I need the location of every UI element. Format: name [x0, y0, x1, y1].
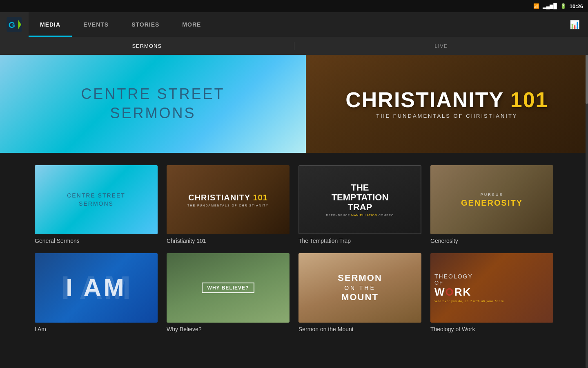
series-item-sermon-mount[interactable]: SERMON on the MOUNT Sermon on the Mount	[298, 253, 421, 332]
thumb-theology-text: THEOLOGY OF WORK Whatever you do, do it …	[434, 273, 505, 303]
series-thumb-whybelieve: WHY BELIEVE?	[167, 253, 290, 322]
nav-tab-media[interactable]: MEDIA	[29, 12, 72, 37]
banner-right-sub: THE FUNDAMENTALS OF CHRISTIANITY	[376, 113, 517, 119]
sub-tab-sermons[interactable]: SERMONS	[0, 37, 294, 55]
signal-icon: ▂▄▆█	[543, 3, 557, 9]
series-item-iam[interactable]: I AM I AM I Am	[35, 253, 158, 332]
series-item-theology-work[interactable]: THEOLOGY OF WORK Whatever you do, do it …	[430, 253, 553, 332]
series-label-sermon-mount: Sermon on the Mount	[298, 326, 421, 332]
battery-icon: 🔋	[560, 3, 566, 9]
series-label-theology-work: Theology of Work	[430, 326, 553, 332]
series-label-general-sermons: General Sermons	[35, 238, 158, 244]
series-label-generosity: Generosity	[430, 238, 553, 244]
thumb-temptation-sub: dependence manipulation compro	[326, 214, 394, 217]
logo-area[interactable]: G	[0, 12, 29, 37]
series-thumb-temptation: THETEMPTATIONTRAP dependence manipulatio…	[298, 165, 421, 234]
scrollbar[interactable]	[586, 55, 588, 368]
thumb-whybelieve-badge: WHY BELIEVE?	[202, 283, 255, 293]
series-item-whybelieve[interactable]: WHY BELIEVE? Why Believe?	[167, 253, 290, 332]
banner-left-text: CENTRE STREET SERMONS	[81, 85, 225, 123]
nav-right: 📊	[570, 20, 588, 29]
clock: 10:26	[570, 3, 583, 9]
top-nav: G MEDIA EVENTS STORIES MORE 📊	[0, 12, 588, 37]
series-label-whybelieve: Why Believe?	[167, 326, 290, 332]
nav-tabs: MEDIA EVENTS STORIES MORE	[29, 12, 570, 37]
series-thumb-general-sermons: Centre StreetSermons	[35, 165, 158, 234]
thumb-temptation-title: THETEMPTATIONTRAP	[332, 183, 389, 213]
wifi-icon: 📶	[533, 3, 539, 9]
thumb-christianity101-title: CHRISTIANITY 101	[188, 193, 268, 202]
series-thumb-sermon-mount: SERMON on the MOUNT	[298, 253, 421, 322]
thumb-christianity101-sub: The Fundamentals of Christianity	[187, 204, 269, 207]
sub-tab-live[interactable]: LIVE	[294, 37, 588, 55]
scrollbar-thumb[interactable]	[586, 55, 588, 104]
series-label-temptation-trap: The Temptation Trap	[298, 238, 421, 244]
banner-left[interactable]: CENTRE STREET SERMONS	[0, 55, 306, 153]
thumb-generosity-pre: PURSUE	[481, 193, 503, 197]
nav-tab-stories[interactable]: STORIES	[120, 12, 171, 37]
series-thumb-theology: THEOLOGY OF WORK Whatever you do, do it …	[430, 253, 553, 322]
nav-tab-more[interactable]: MORE	[171, 12, 212, 37]
series-grid-row1: Centre StreetSermons General Sermons CHR…	[35, 165, 553, 244]
banner-right-title: CHRISTIANITY 101	[345, 89, 548, 110]
svg-text:G: G	[9, 20, 15, 29]
series-label-iam: I Am	[35, 326, 158, 332]
series-grid-row2: I AM I AM I Am WHY BELIEVE? Why Believe?	[35, 253, 553, 332]
nav-tab-events[interactable]: EVENTS	[72, 12, 120, 37]
series-label-christianity101: Christianity 101	[167, 238, 290, 244]
app-logo-icon: G	[7, 17, 22, 32]
thumb-iam-fg: I AM	[35, 253, 158, 322]
thumb-sermon-mount-text: SERMON on the MOUNT	[338, 272, 382, 303]
series-item-temptation-trap[interactable]: THETEMPTATIONTRAP dependence manipulatio…	[298, 165, 421, 244]
sub-nav: SERMONS LIVE	[0, 37, 588, 55]
series-item-christianity101[interactable]: CHRISTIANITY 101 The Fundamentals of Chr…	[167, 165, 290, 244]
banner-area: CENTRE STREET SERMONS CHRISTIANITY 101 T…	[0, 55, 588, 153]
series-thumb-iam: I AM I AM	[35, 253, 158, 322]
status-bar: 📶 ▂▄▆█ 🔋 10:26	[0, 0, 588, 12]
series-item-general-sermons[interactable]: Centre StreetSermons General Sermons	[35, 165, 158, 244]
series-thumb-christianity101: CHRISTIANITY 101 The Fundamentals of Chr…	[167, 165, 290, 234]
banner-right[interactable]: CHRISTIANITY 101 THE FUNDAMENTALS OF CHR…	[306, 55, 588, 153]
bar-chart-icon[interactable]: 📊	[570, 20, 580, 29]
series-item-generosity[interactable]: PURSUE GENEROSITY Generosity	[430, 165, 553, 244]
thumb-general-sermons-text: Centre StreetSermons	[67, 192, 125, 208]
series-thumb-generosity: PURSUE GENEROSITY	[430, 165, 553, 234]
content-area: Centre StreetSermons General Sermons CHR…	[0, 153, 588, 354]
thumb-generosity-title: GENEROSITY	[461, 198, 523, 207]
